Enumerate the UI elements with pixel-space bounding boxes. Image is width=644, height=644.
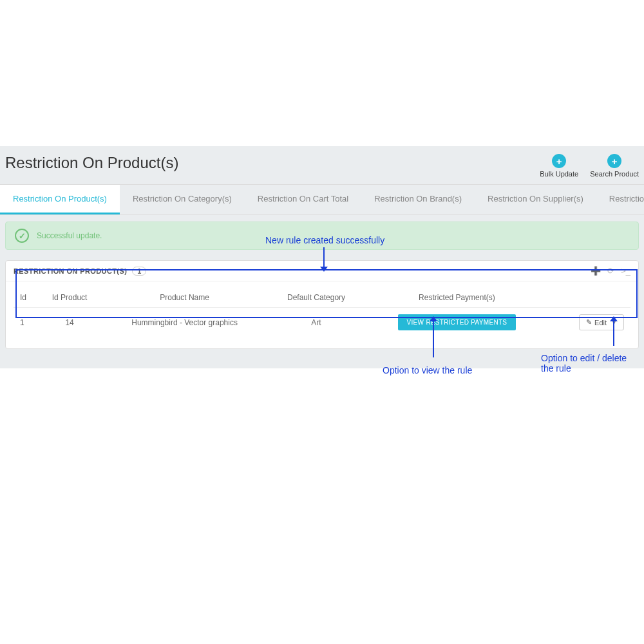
search-product-label: Search Product: [590, 170, 639, 178]
page-title: Restriction On Product(s): [5, 154, 540, 172]
alert-text: Successful update.: [37, 231, 102, 240]
plus-icon: +: [607, 154, 621, 168]
tab-bar: Restriction On Product(s) Restriction On…: [0, 185, 644, 215]
arrow-head-up-icon: [430, 316, 437, 321]
col-id[interactable]: Id: [14, 288, 38, 308]
annotation-edit-delete: Option to edit / delete the rule: [541, 353, 638, 374]
cell-id: 1: [14, 308, 38, 337]
panel: RESTRICTION ON PRODUCT(S) 1 ➕ ⟳ >_ Id Id…: [5, 260, 639, 349]
plus-icon: +: [552, 154, 566, 168]
tab-supplier[interactable]: Restriction On Supplier(s): [475, 185, 596, 214]
annotation-new-rule: New rule created successfully: [265, 235, 384, 245]
panel-count-badge: 1: [132, 267, 146, 276]
view-restricted-payments-button[interactable]: VIEW RESTRICTED PAYMENTS: [398, 314, 516, 330]
bulk-update-button[interactable]: + Bulk Update: [540, 154, 578, 178]
arrow-line: [323, 247, 325, 268]
pencil-icon: ✎: [586, 318, 592, 327]
col-restricted-payments[interactable]: Restricted Payment(s): [365, 288, 549, 308]
restrictions-table: Id Id Product Product Name Default Categ…: [14, 288, 630, 337]
check-icon: ✓: [15, 229, 29, 243]
annotation-view-rule: Option to view the rule: [383, 365, 472, 375]
cell-product-name: Hummingbird - Vector graphics: [101, 308, 268, 337]
tab-brand[interactable]: Restriction On Brand(s): [361, 185, 475, 214]
table-row: 1 14 Hummingbird - Vector graphics Art V…: [14, 308, 630, 337]
add-icon[interactable]: ➕: [591, 266, 601, 276]
edit-label: Edit: [594, 319, 607, 327]
tab-category[interactable]: Restriction On Category(s): [120, 185, 245, 214]
refresh-icon[interactable]: ⟳: [607, 266, 614, 276]
tab-group[interactable]: Restriction On Group(s): [596, 185, 644, 214]
col-product-name[interactable]: Product Name: [101, 288, 268, 308]
cell-default-category: Art: [268, 308, 365, 337]
arrow-head-up-icon: [610, 316, 618, 321]
search-product-button[interactable]: + Search Product: [590, 154, 639, 178]
arrow-line: [433, 320, 434, 357]
arrow-line: [613, 320, 614, 346]
bulk-update-label: Bulk Update: [540, 170, 578, 178]
arrow-head-down-icon: [320, 267, 328, 272]
tab-products[interactable]: Restriction On Product(s): [0, 185, 120, 214]
panel-title: RESTRICTION ON PRODUCT(S): [14, 267, 127, 275]
col-id-product[interactable]: Id Product: [38, 288, 101, 308]
terminal-icon[interactable]: >_: [621, 266, 630, 276]
col-default-category[interactable]: Default Category: [268, 288, 365, 308]
tab-cart-total[interactable]: Restriction On Cart Total: [245, 185, 361, 214]
cell-id-product: 14: [38, 308, 101, 337]
